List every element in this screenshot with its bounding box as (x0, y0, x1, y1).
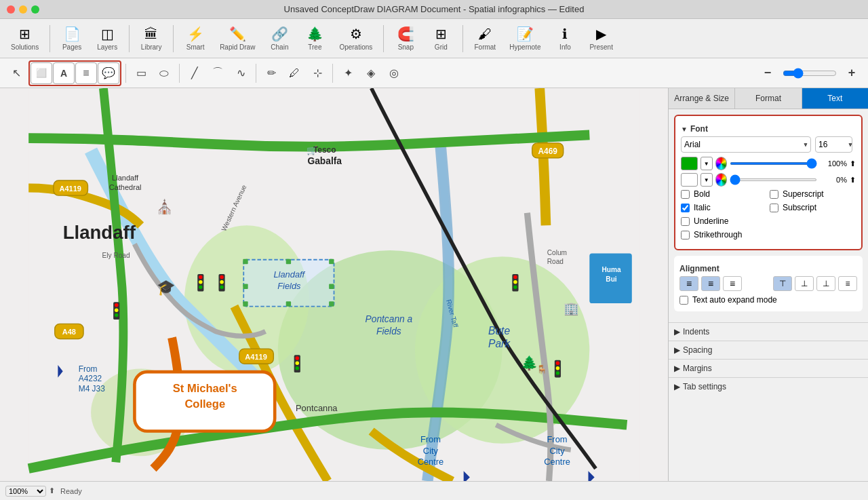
pages-icon: 📄 (64, 26, 81, 42)
font-opacity-slider-1[interactable] (730, 162, 817, 165)
pages-label: Pages (62, 43, 81, 51)
align-justify-button[interactable]: ≡ (838, 276, 857, 291)
magic-wand-tool[interactable]: ✦ (337, 62, 359, 84)
font-color-dropdown-2[interactable]: ▼ (701, 173, 713, 187)
right-panel: Arrange & Size Format Text ▼ Font (668, 88, 868, 481)
freehand-tool[interactable]: 🖊 (283, 62, 305, 84)
auto-expand-checkbox[interactable] (679, 296, 688, 305)
superscript-checkbox[interactable] (770, 190, 778, 199)
zoom-slider[interactable] (783, 68, 837, 79)
line-tool[interactable]: ╱ (184, 62, 205, 84)
callout-tool[interactable]: 💬 (98, 62, 119, 84)
svg-point-58 (115, 303, 119, 307)
align-left-button[interactable]: ≡ (679, 276, 698, 291)
hypernote-label: Hypernote (509, 43, 540, 51)
svg-text:🪑: 🪑 (536, 364, 548, 375)
select-tool[interactable]: ↖ (5, 62, 27, 84)
strikethrough-checkbox[interactable] (681, 231, 690, 239)
chain-icon: 🔗 (271, 26, 288, 42)
zoom-out-button[interactable]: − (757, 62, 778, 84)
toolbar-hypernote[interactable]: 📝 Hypernote (504, 23, 546, 54)
align-center-button[interactable]: ≡ (701, 276, 720, 291)
svg-rect-30 (243, 301, 248, 306)
zoom-stepper[interactable]: ⬆ (49, 486, 55, 495)
close-button[interactable] (7, 5, 15, 14)
map-svg: A4119 A48 A4119 A4119 A469 🛒 Tesco Gabal… (0, 88, 668, 481)
bold-checkbox[interactable] (681, 190, 690, 199)
arc-tool[interactable]: ⌒ (207, 62, 229, 84)
text-tool[interactable]: A (53, 62, 75, 84)
toolbar-chain[interactable]: 🔗 Chain (263, 23, 296, 54)
tab-format[interactable]: Format (735, 88, 802, 109)
text-frame-tool[interactable]: ⬜ (31, 62, 52, 84)
minimize-button[interactable] (19, 5, 27, 14)
margins-section[interactable]: ▶ Margins (669, 359, 868, 377)
font-color-row-1: ▼ 100% ⬆ (681, 157, 856, 170)
maximize-button[interactable] (31, 5, 39, 14)
svg-point-62 (296, 356, 300, 360)
svg-text:Centre: Centre (418, 457, 444, 467)
eraser-tool[interactable]: ◈ (360, 62, 382, 84)
solutions-label: Solutions (11, 43, 39, 51)
svg-text:🎓: 🎓 (157, 278, 176, 296)
align-bottom-button[interactable]: ⊥ (816, 276, 835, 291)
font-opacity-stepper-2[interactable]: ⬆ (850, 176, 856, 185)
tab-arrange[interactable]: Arrange & Size (669, 88, 735, 109)
svg-text:A469: A469 (538, 147, 557, 156)
indents-section[interactable]: ▶ Indents (669, 322, 868, 341)
toolbar-layers[interactable]: ◫ Layers (91, 23, 123, 54)
italic-checkbox[interactable] (681, 204, 690, 212)
pencil-tool[interactable]: ✏ (260, 62, 282, 84)
zoom-select[interactable]: 50% 75% 100% 125% 150% (5, 486, 46, 497)
toolbar-solutions[interactable]: ⊞ Solutions (5, 23, 44, 54)
svg-text:Ely Road: Ely Road (102, 252, 130, 259)
stamp-tool[interactable]: ◎ (383, 62, 405, 84)
font-opacity-slider-2[interactable] (730, 178, 817, 181)
font-name-size-row: Arial Helvetica Times New Roman ▼ 8 10 1… (681, 136, 856, 153)
tab-text[interactable]: Text (802, 88, 868, 109)
svg-point-67 (556, 366, 560, 370)
font-color-wheel-2[interactable] (715, 173, 728, 187)
toolbar-format[interactable]: 🖌 Format (469, 24, 501, 54)
svg-text:Llandaff: Llandaff (273, 269, 305, 280)
present-icon: ▶ (596, 26, 606, 42)
text-box-tool[interactable]: ≡ (75, 62, 97, 84)
toolbar-tree[interactable]: 🌲 Tree (298, 23, 331, 54)
toolbar-sep-2 (129, 25, 130, 52)
toolbar-operations[interactable]: ⚙ Operations (334, 23, 378, 54)
toolbar-info[interactable]: ℹ Info (549, 23, 581, 54)
font-color-box-1[interactable] (681, 157, 698, 170)
tab-settings-section[interactable]: ▶ Tab settings (669, 377, 868, 396)
font-opacity-stepper-1[interactable]: ⬆ (850, 159, 856, 168)
subscript-checkbox[interactable] (770, 204, 778, 212)
spacing-section[interactable]: ▶ Spacing (669, 341, 868, 359)
svg-point-47 (199, 280, 203, 284)
toolbar-present[interactable]: ▶ Present (584, 23, 618, 54)
draw-sep-4 (332, 64, 333, 83)
toolbar-snap[interactable]: 🧲 Snap (389, 23, 422, 54)
svg-point-63 (296, 362, 300, 366)
align-right-button[interactable]: ≡ (723, 276, 742, 291)
toolbar-grid[interactable]: ⊞ Grid (425, 23, 457, 54)
font-color-dropdown-1[interactable]: ▼ (701, 157, 713, 170)
edit-points-tool[interactable]: ⊹ (307, 62, 328, 84)
ellipse-tool[interactable]: ⬭ (153, 62, 175, 84)
library-label: Library (141, 43, 162, 51)
font-color-box-2[interactable] (681, 173, 698, 187)
svg-text:From: From (420, 434, 441, 444)
zoom-in-button[interactable]: + (841, 62, 863, 84)
font-name-select[interactable]: Arial Helvetica Times New Roman (681, 136, 811, 153)
auto-expand-row: Text auto expand mode (679, 295, 857, 305)
toolbar-library[interactable]: 🏛 Library (135, 24, 167, 54)
align-middle-button[interactable]: ⊥ (795, 276, 814, 291)
font-size-select[interactable]: 8 10 12 14 16 18 24 36 (815, 136, 852, 153)
map-canvas[interactable]: A4119 A48 A4119 A4119 A469 🛒 Tesco Gabal… (0, 88, 668, 481)
underline-checkbox[interactable] (681, 217, 690, 226)
toolbar-pages[interactable]: 📄 Pages (56, 23, 88, 54)
align-top-button[interactable]: ⊤ (773, 276, 792, 291)
toolbar-smart[interactable]: ⚡ Smart (179, 23, 212, 54)
font-color-wheel-1[interactable] (715, 157, 728, 170)
rectangle-tool[interactable]: ▭ (130, 62, 152, 84)
curve-tool[interactable]: ∿ (230, 62, 252, 84)
toolbar-rapid-draw[interactable]: ✏️ Rapid Draw (214, 23, 260, 54)
